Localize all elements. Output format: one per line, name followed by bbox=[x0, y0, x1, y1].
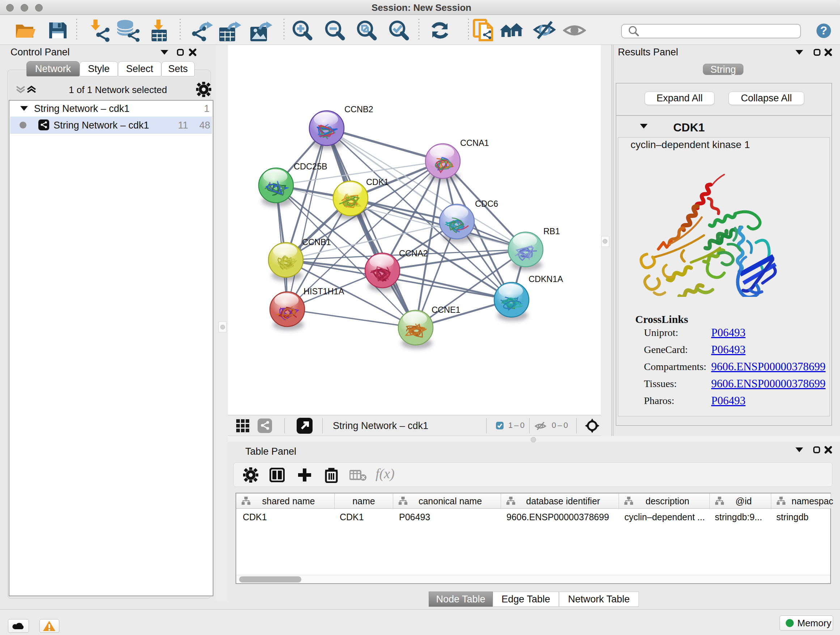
svg-text:CDC6: CDC6 bbox=[475, 199, 498, 209]
svg-text:CCNB1: CCNB1 bbox=[302, 238, 331, 247]
svg-text:CDK1: CDK1 bbox=[366, 177, 389, 187]
svg-text:CCNA1: CCNA1 bbox=[460, 138, 489, 148]
svg-text:CCNA2: CCNA2 bbox=[399, 249, 428, 258]
svg-text:CDKN1A: CDKN1A bbox=[529, 274, 563, 284]
svg-text:CCNB2: CCNB2 bbox=[344, 105, 373, 114]
svg-text:HIST1H1A: HIST1H1A bbox=[303, 287, 344, 296]
svg-text:RB1: RB1 bbox=[543, 226, 560, 236]
svg-text:CCNE1: CCNE1 bbox=[431, 305, 461, 315]
svg-text:CDC25B: CDC25B bbox=[294, 162, 327, 171]
svg-text:?: ? bbox=[820, 24, 827, 37]
